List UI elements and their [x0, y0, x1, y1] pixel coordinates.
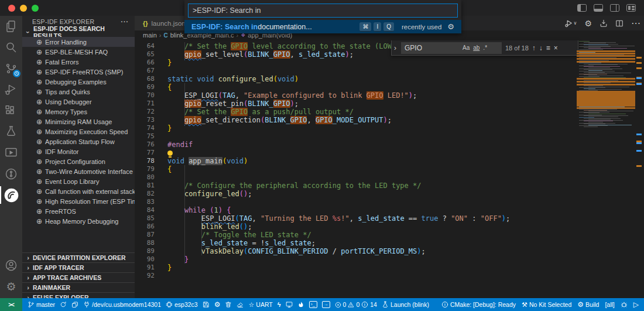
doc-result-item[interactable]: ⊕Event Loop Library — [22, 176, 135, 186]
status-item-monitor[interactable] — [286, 301, 293, 308]
status-item-build-flash-monitor[interactable] — [297, 301, 304, 308]
line-number[interactable]: 80 — [135, 173, 155, 182]
line-number[interactable]: 65 — [135, 50, 155, 59]
line-number[interactable]: 68 — [135, 75, 155, 83]
line-number[interactable]: 92 — [135, 272, 155, 280]
line-number[interactable]: 85 — [135, 214, 155, 223]
sidebar-section-idf-app-tracer[interactable]: ›IDF APP TRACER — [22, 262, 135, 272]
line-number[interactable]: 83 — [135, 198, 155, 206]
line-number[interactable]: 81 — [135, 182, 155, 190]
command-input[interactable] — [189, 6, 457, 15]
toggle-replace-chevron-icon[interactable]: › — [393, 44, 398, 52]
status-item-build-target[interactable]: [all] — [605, 301, 614, 308]
find-input[interactable] — [405, 44, 461, 52]
line-number[interactable]: 75 — [135, 132, 155, 141]
line-number[interactable]: 89 — [135, 247, 155, 255]
line-number[interactable]: 86 — [135, 223, 155, 231]
line-number[interactable]: 64 — [135, 42, 155, 50]
line-number[interactable]: 69 — [135, 83, 155, 91]
sidebar-section-efuse-explorer[interactable]: ›EFUSE EXPLORER — [22, 292, 135, 298]
status-item-git-branch[interactable]: master — [28, 301, 55, 308]
whole-word-toggle[interactable]: ab — [471, 44, 481, 52]
line-number[interactable]: 82 — [135, 190, 155, 198]
overview-ruler[interactable] — [635, 40, 644, 298]
activity-item-commit-graph[interactable] — [0, 163, 22, 184]
doc-result-item[interactable]: ⊕Error Handling — [22, 37, 135, 47]
doc-result-item[interactable]: ⊕Maximizing Execution Speed — [22, 127, 135, 136]
status-item-debug-restart[interactable]: → — [322, 301, 330, 308]
minimap[interactable] — [577, 40, 635, 298]
doc-result-item[interactable]: ⊕ESP-BLE-MESH FAQ — [22, 47, 135, 57]
next-match-icon[interactable]: ↓ — [539, 44, 543, 52]
activity-item-search[interactable] — [0, 37, 22, 58]
command-result-item[interactable]: ESP-IDF: Search in documentation... ⌘IQ … — [184, 20, 461, 33]
line-number[interactable]: 87 — [135, 231, 155, 239]
status-item-git-sync[interactable] — [60, 301, 67, 308]
toggle-panel-icon[interactable] — [594, 4, 603, 12]
previous-match-icon[interactable]: ↑ — [532, 44, 536, 52]
line-number[interactable]: 72 — [135, 108, 155, 116]
section-docs-search-results[interactable]: › ESP-IDF DOCS SEARCH RESULTS — [22, 27, 135, 37]
doc-result-item[interactable]: ⊕Using Debugger — [22, 97, 135, 107]
status-item-cmake-build[interactable]: ⚙Build — [577, 301, 599, 308]
sidebar-section-app-trace-archives[interactable]: ›APP TRACE ARCHIVES — [22, 272, 135, 282]
regex-toggle[interactable]: .* — [481, 44, 489, 52]
status-item-flash[interactable]: ϟ — [278, 302, 281, 308]
match-case-toggle[interactable]: Aa — [461, 44, 471, 52]
doc-result-item[interactable]: ⊕Fatal Errors — [22, 57, 135, 67]
status-item-layers[interactable] — [71, 301, 78, 308]
split-editor-icon[interactable] — [615, 19, 624, 28]
breadcrumb-item[interactable]: main — [143, 32, 157, 39]
doc-result-item[interactable]: ⊕IDF Monitor — [22, 146, 135, 156]
activity-item-source-control[interactable] — [0, 58, 22, 79]
lightbulb-icon[interactable] — [167, 151, 173, 156]
status-item-terminal[interactable]: ›_ — [309, 301, 317, 308]
activity-item-testing[interactable] — [0, 121, 22, 142]
status-item-device-target[interactable]: esp32c3 — [166, 301, 198, 308]
status-item-serial-port[interactable]: /dev/cu.usbmodem14301 — [83, 301, 161, 308]
activity-item-esp-idf[interactable] — [0, 184, 22, 206]
doc-result-item[interactable]: ⊕High Resolution Timer (ESP Timer) — [22, 196, 135, 206]
status-item-kit-selection[interactable]: ⚒No Kit Selected — [522, 301, 571, 308]
status-item-launch-config[interactable]: Launch (blink) — [382, 301, 429, 308]
find-in-selection-icon[interactable]: ≡ — [546, 44, 550, 52]
remote-indicator[interactable]: >< — [0, 298, 22, 311]
line-number[interactable]: 84 — [135, 206, 155, 214]
activity-item-settings[interactable]: ⚙ — [0, 276, 22, 297]
doc-result-item[interactable]: ⊕Minimizing RAM Usage — [22, 117, 135, 127]
code-area[interactable]: 64 /* Set the GPIO level according to th… — [135, 40, 577, 298]
status-item-erase-flash[interactable] — [237, 301, 244, 308]
close-button[interactable] — [8, 5, 15, 12]
line-number[interactable]: 91 — [135, 264, 155, 272]
toggle-secondary-sidebar-icon[interactable] — [610, 4, 619, 12]
line-number[interactable]: 78 — [135, 157, 155, 165]
sidebar-section-rainmaker[interactable]: ›RAINMAKER — [22, 282, 135, 292]
activity-item-run-debug[interactable] — [0, 79, 22, 100]
line-number[interactable]: 70 — [135, 91, 155, 100]
status-item-cmake-launch[interactable]: ▷ — [633, 301, 639, 308]
doc-result-item[interactable]: ⊕FreeRTOS — [22, 206, 135, 216]
status-item-cmake-status[interactable]: CMake: [Debug]: Ready — [441, 301, 516, 308]
configure-keybinding-gear-icon[interactable]: ⚙ — [447, 22, 454, 31]
line-number[interactable]: 74 — [135, 124, 155, 132]
settings-gear-icon[interactable]: ⚙ — [584, 19, 592, 28]
minimize-button[interactable] — [20, 5, 27, 12]
line-number[interactable]: 77 — [135, 149, 155, 157]
doc-result-item[interactable]: ⊕Call function with external stack — [22, 186, 135, 196]
line-number[interactable]: 90 — [135, 255, 155, 264]
line-number[interactable]: 71 — [135, 100, 155, 108]
flash-device-icon[interactable] — [600, 19, 608, 28]
sidebar-section-device-partition-explorer[interactable]: ›DEVICE PARTITION EXPLORER — [22, 252, 135, 262]
doc-result-item[interactable]: ⊕Two-Wire Automotive Interface (... — [22, 166, 135, 176]
doc-result-item[interactable]: ⊕ESP-IDF FreeRTOS (SMP) — [22, 67, 135, 77]
doc-result-item[interactable]: ⊕Debugging Examples — [22, 77, 135, 87]
status-item-menuconfig[interactable]: ⚙ — [214, 301, 221, 308]
customize-layout-icon[interactable] — [626, 4, 636, 12]
activity-item-preview[interactable] — [0, 142, 22, 163]
more-actions-icon[interactable]: ··· — [121, 18, 129, 25]
status-item-cmake-debug[interactable] — [621, 301, 628, 308]
doc-result-item[interactable]: ⊕Tips and Quirks — [22, 87, 135, 97]
run-or-debug-button[interactable]: ∨ — [564, 19, 577, 28]
doc-result-item[interactable]: ⊕Heap Memory Debugging — [22, 216, 135, 226]
line-number[interactable]: 88 — [135, 239, 155, 247]
